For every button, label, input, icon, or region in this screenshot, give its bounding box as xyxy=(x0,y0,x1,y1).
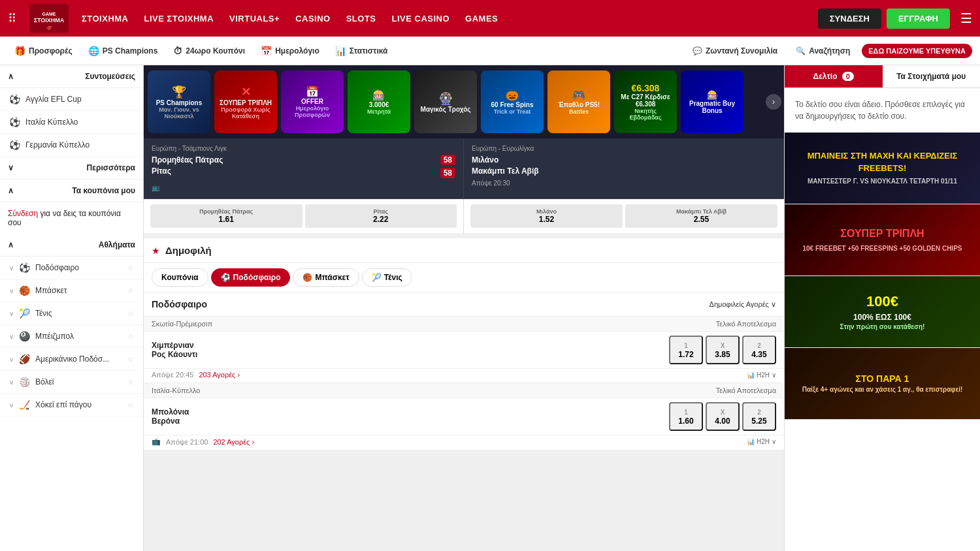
match1-odd2-cell[interactable]: 2 4.35 xyxy=(742,336,776,364)
tab-tennis[interactable]: 🎾 Τένις xyxy=(362,268,412,287)
more-header[interactable]: ∨ Περισσότερα xyxy=(0,157,143,180)
banner-ps5[interactable]: 🎮 Έπαθλο PS5! Battles xyxy=(547,71,610,133)
banner-next-button[interactable]: › xyxy=(766,94,781,110)
promo1-content: ΜΠΑΙΝΕΙΣ ΣΤΗ ΜΑΧΗ ΚΑΙ ΚΕΡΔΙΖΕΙΣ FREEBETS… xyxy=(785,145,980,191)
shortcuts-header[interactable]: ∧ Συντομεύσεις xyxy=(0,65,143,88)
chevron-volleyball: ∨ xyxy=(9,379,14,386)
banner-wheel-label: Μαγικός Τροχός xyxy=(421,106,471,113)
match2-oddX-cell[interactable]: X 4.00 xyxy=(706,402,740,431)
match1-more-markets[interactable]: 203 Αγορές › xyxy=(199,371,240,379)
match2-time-label: Απόψε 21:00 xyxy=(166,438,208,446)
betslip-tab-mybets[interactable]: Τα Στοιχήματά μου xyxy=(883,65,981,87)
match2-odds-block: Μιλάνο 1.52 Μακάμπι Τελ Αβίβ 2.55 xyxy=(464,199,784,233)
match1-info-row: Απόψε 20:45 203 Αγορές › 📊 H2H ∨ xyxy=(144,369,784,383)
match2-more-markets[interactable]: 202 Αγορές › xyxy=(213,438,254,446)
banner-pragmatic[interactable]: 🎰 Pragmatic Buy Bonus xyxy=(681,71,743,133)
nav-calendar[interactable]: 📅 Ημερολόγιο xyxy=(254,42,326,60)
sidebar-item-italy-cup[interactable]: ⚽ Ιταλία Κύπελλο xyxy=(0,111,143,134)
match1-odd1-cell[interactable]: 1 1.72 xyxy=(669,336,703,364)
promo-card-3[interactable]: 100€ 100% ΕΩΣ 100€ Στην πρώτη σου κατάθε… xyxy=(785,276,980,348)
nav-ps-label: PS Champions xyxy=(103,46,158,55)
banner-ps5-sub: Battles xyxy=(569,108,589,115)
coupons-header[interactable]: ∧ Τα κουπόνια μου xyxy=(0,180,143,202)
sport-hockey-label: Χόκεϊ επί πάγου xyxy=(35,400,91,409)
promo-card-4[interactable]: ΣΤΟ ΠΑΡΑ 1 Παίξε 4+ αγώνες και αν χάσεις… xyxy=(785,348,980,420)
banner-ps-champions[interactable]: 🏆 PS Champions Μαν. Γιουν. vs Νιούκαστλ xyxy=(148,71,210,133)
nav-casino[interactable]: CASINO xyxy=(295,14,331,24)
banner-super-triple[interactable]: ✕ ΣΟΥΠΕΡ ΤΡΙΠΛΗ Προσφορά Χωρίς Κατάθεση xyxy=(214,71,277,133)
soccer-icon-germany: ⚽ xyxy=(9,140,20,150)
nav-slots[interactable]: SLOTS xyxy=(346,14,376,24)
responsible-gaming-badge[interactable]: ΕΔΩ ΠΑΙΖΟΥΜΕ ΥΠΕΥΘΥΝΑ xyxy=(862,44,972,58)
match2-oddX-val: 4.00 xyxy=(715,417,730,426)
match1-odd1-btn[interactable]: Προμηθέας Πάτρας 1.61 xyxy=(150,204,302,228)
tab-basketball-icon: 🏀 xyxy=(302,273,312,282)
second-navigation: 🎁 Προσφορές 🌐 PS Champions ⏱ 24ωρο Κουπό… xyxy=(0,37,980,65)
banner-winner[interactable]: €6.308 Με C27 Κέρδισε €6.308 Νικητής Εβδ… xyxy=(614,71,677,133)
nav-ps-champions[interactable]: 🌐 PS Champions xyxy=(82,42,165,60)
match2-odd1-cell[interactable]: 1 1.60 xyxy=(669,402,703,431)
banner-offer[interactable]: 📅 OFFER Ημερολόγιο Προσφορών xyxy=(281,71,344,133)
match1-h2h[interactable]: 📊 H2H ∨ xyxy=(747,371,776,379)
register-button[interactable]: ΕΓΓΡΑΦΗ xyxy=(887,8,950,29)
nav-24h-coupon[interactable]: ⏱ 24ωρο Κουπόνι xyxy=(167,42,252,60)
logo[interactable]: GAME ΣΤΟΙΧΗΜΑ .gr xyxy=(29,4,69,33)
promo3-amount: 100€ xyxy=(840,292,925,312)
sidebar-item-efl[interactable]: ⚽ Αγγλία EFL Cup xyxy=(0,88,143,111)
baseball-icon: 🎱 xyxy=(19,331,30,341)
tab-coupons[interactable]: Κουπόνια xyxy=(152,268,208,287)
coupons-label: Τα κουπόνια μου xyxy=(72,186,135,195)
match2-h2h[interactable]: 📊 H2H ∨ xyxy=(747,438,776,445)
sidebar-sport-american-football[interactable]: ∨ 🏈 Αμερικάνικο Ποδόσ... ☆ xyxy=(0,348,143,371)
coupon-login-link[interactable]: Σύνδεση xyxy=(8,209,38,218)
match1-time-label: Απόψε 20:45 xyxy=(152,371,193,379)
sport-volleyball-label: Βόλεϊ xyxy=(35,377,54,386)
match1-oddX-cell[interactable]: X 3.85 xyxy=(706,336,740,364)
nav-live-stoixima[interactable]: LIVE ΣΤΟΙΧΗΜΑ xyxy=(144,14,214,24)
match1-odd2-label: Ρίτας xyxy=(308,208,455,215)
banner-money[interactable]: 🎰 3.000€ Μετρητά xyxy=(348,71,410,133)
sidebar-item-germany-cup[interactable]: ⚽ Γερμανία Κύπελλο xyxy=(0,134,143,157)
sidebar-sport-football[interactable]: ∨ ⚽ Ποδόσφαιρο ☆ xyxy=(0,257,143,279)
match2-odd2-btn[interactable]: Μακάμπι Τελ Αβίβ 2.55 xyxy=(625,204,777,228)
chevron-football: ∨ xyxy=(9,264,14,272)
nav-statistics[interactable]: 📊 Στατιστικά xyxy=(329,42,395,60)
promo2-title: ΣΟΥΠΕΡ ΤΡΙΠΛΗ xyxy=(803,227,962,241)
nav-games[interactable]: GAMES xyxy=(465,14,498,24)
shortcuts-chevron-up: ∧ xyxy=(8,72,14,81)
login-button[interactable]: ΣΥΝΔΕΣΗ xyxy=(818,8,881,29)
sidebar-sport-tennis[interactable]: ∨ 🎾 Τένις ☆ xyxy=(0,302,143,325)
sidebar-sport-volleyball[interactable]: ∨ 🏐 Βόλεϊ ☆ xyxy=(0,371,143,394)
betslip-tab-active[interactable]: Δελτίο 0 xyxy=(785,65,883,87)
nav-live-chat[interactable]: 💬 Ζωντανή Συνομιλία xyxy=(686,42,784,59)
coupons-chevron: ∧ xyxy=(8,186,14,195)
sidebar-sport-baseball[interactable]: ∨ 🎱 Μπέιζμπολ ☆ xyxy=(0,325,143,348)
sports-header[interactable]: ∧ Αθλήματα xyxy=(0,234,143,257)
banner-ps-sub: Μαν. Γιουν. vs Νιούκαστλ xyxy=(152,106,206,119)
promo-card-2[interactable]: ΣΟΥΠΕΡ ΤΡΙΠΛΗ 10€ FREEBET +50 FREESPINS … xyxy=(785,204,980,276)
match2-league-name: Ιταλία-Κύπελλο xyxy=(152,386,200,394)
banner-wheel[interactable]: 🎡 Μαγικός Τροχός xyxy=(414,71,477,133)
sidebar-sport-hockey[interactable]: ∨ 🏒 Χόκεϊ επί πάγου ☆ xyxy=(0,394,143,417)
match2-league: Ευρώπη - Ευρωλίγκα xyxy=(472,145,776,152)
nav-virtuals[interactable]: VIRTUALS+ xyxy=(229,14,280,24)
nav-stoixima[interactable]: ΣΤΟΙΧΗΜΑ xyxy=(82,14,129,24)
banner-freespins[interactable]: 🎃 60 Free Spins Trick or Treat xyxy=(481,71,544,133)
betslip-empty-message: Το δελτίο σου είναι άδειο. Πρόσθεσε επιλ… xyxy=(785,88,980,133)
grid-icon[interactable]: ⠿ xyxy=(8,11,16,25)
star-icon-football: ☆ xyxy=(127,264,134,272)
stats-icon: 📊 xyxy=(335,46,346,56)
more-chevron: ∨ xyxy=(8,163,14,172)
nav-offers[interactable]: 🎁 Προσφορές xyxy=(8,42,79,60)
tab-basketball[interactable]: 🏀 Μπάσκετ xyxy=(293,268,359,287)
sidebar-sport-basketball[interactable]: ∨ 🏀 Μπάσκετ ☆ xyxy=(0,279,143,302)
match1-odd2-btn[interactable]: Ρίτας 2.22 xyxy=(305,204,457,228)
popular-markets-label[interactable]: Δημοφιλείς Αγορές ∨ xyxy=(710,300,776,309)
nav-search[interactable]: 🔍 Αναζήτηση xyxy=(789,42,857,59)
match2-odd2-cell[interactable]: 2 5.25 xyxy=(742,402,776,431)
nav-live-casino[interactable]: LIVE CASINO xyxy=(392,14,450,24)
hamburger-icon[interactable]: ☰ xyxy=(960,10,972,26)
promo-card-1[interactable]: ΜΠΑΙΝΕΙΣ ΣΤΗ ΜΑΧΗ ΚΑΙ ΚΕΡΔΙΖΕΙΣ FREEBETS… xyxy=(785,133,980,204)
match2-odd1-btn[interactable]: Μιλάνο 1.52 xyxy=(470,204,623,228)
tab-football[interactable]: ⚽ Ποδόσφαιρο xyxy=(211,268,291,287)
